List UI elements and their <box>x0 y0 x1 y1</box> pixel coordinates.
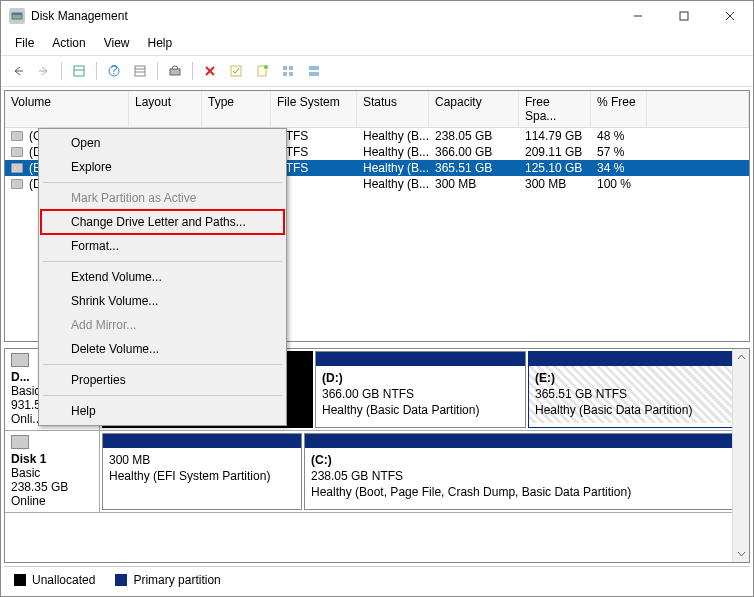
legend-primary: Primary partition <box>115 573 220 587</box>
col-status[interactable]: Status <box>357 91 429 127</box>
volume-icon <box>11 147 23 157</box>
titlebar: Disk Management <box>1 1 753 31</box>
refresh-icon[interactable] <box>164 60 186 82</box>
svg-point-18 <box>264 65 268 69</box>
volume-list[interactable]: Volume Layout Type File System Status Ca… <box>4 90 750 342</box>
svg-rect-20 <box>289 66 293 70</box>
partitions: 300 MBHealthy (EFI System Partition)(C:)… <box>100 431 749 512</box>
context-menu-item[interactable]: Format... <box>41 234 284 258</box>
menu-help[interactable]: Help <box>140 33 181 53</box>
scroll-up-icon[interactable] <box>733 349 749 366</box>
disk-icon <box>11 435 29 449</box>
legend: Unallocated Primary partition <box>4 566 750 593</box>
forward-button[interactable] <box>33 60 55 82</box>
volume-icon <box>11 131 23 141</box>
svg-rect-6 <box>74 66 84 76</box>
volume-icon <box>11 163 23 173</box>
menu-action[interactable]: Action <box>44 33 93 53</box>
col-capacity[interactable]: Capacity <box>429 91 519 127</box>
col-pctfree[interactable]: % Free <box>591 91 647 127</box>
context-menu: OpenExploreMark Partition as ActiveChang… <box>38 128 287 426</box>
toolbar-check-icon[interactable] <box>225 60 247 82</box>
context-menu-item[interactable]: Open <box>41 131 284 155</box>
vertical-scrollbar[interactable] <box>732 349 749 562</box>
col-filesystem[interactable]: File System <box>271 91 357 127</box>
svg-rect-1 <box>12 13 22 15</box>
partition-header <box>103 434 301 448</box>
partition-header <box>316 352 525 366</box>
maximize-button[interactable] <box>661 1 707 31</box>
menubar: File Action View Help <box>1 31 753 55</box>
svg-rect-13 <box>170 69 180 75</box>
col-layout[interactable]: Layout <box>129 91 202 127</box>
partition[interactable]: (C:)238.05 GB NTFSHealthy (Boot, Page Fi… <box>304 433 738 510</box>
toolbar: ? <box>1 55 753 87</box>
svg-rect-3 <box>680 12 688 20</box>
back-button[interactable] <box>7 60 29 82</box>
window-title: Disk Management <box>31 9 615 23</box>
disk-icon <box>11 353 29 367</box>
svg-rect-10 <box>135 66 145 76</box>
context-menu-item[interactable]: Help <box>41 399 284 423</box>
toolbar-new-icon[interactable] <box>251 60 273 82</box>
menu-file[interactable]: File <box>7 33 42 53</box>
partition-header <box>305 434 737 448</box>
minimize-button[interactable] <box>615 1 661 31</box>
col-freespace[interactable]: Free Spa... <box>519 91 591 127</box>
context-menu-item[interactable]: Properties <box>41 368 284 392</box>
svg-text:?: ? <box>111 64 118 77</box>
partition[interactable]: 300 MBHealthy (EFI System Partition) <box>102 433 302 510</box>
toolbar-view-icon[interactable] <box>68 60 90 82</box>
toolbar-layout-icon[interactable] <box>303 60 325 82</box>
help-icon[interactable]: ? <box>103 60 125 82</box>
svg-rect-23 <box>309 66 319 70</box>
svg-rect-19 <box>283 66 287 70</box>
col-volume[interactable]: Volume <box>5 91 129 127</box>
context-menu-item[interactable]: Shrink Volume... <box>41 289 284 313</box>
partition[interactable]: (E:)365.51 GB NTFSHealthy (Basic Data Pa… <box>528 351 739 428</box>
app-icon <box>9 8 25 24</box>
context-menu-item[interactable]: Delete Volume... <box>41 337 284 361</box>
menu-view[interactable]: View <box>96 33 138 53</box>
toolbar-grid-icon[interactable] <box>277 60 299 82</box>
scroll-down-icon[interactable] <box>733 545 749 562</box>
context-menu-item[interactable]: Explore <box>41 155 284 179</box>
close-button[interactable] <box>707 1 753 31</box>
svg-rect-21 <box>283 72 287 76</box>
disk-header[interactable]: Disk 1Basic238.35 GBOnline <box>5 431 100 512</box>
context-menu-item: Add Mirror... <box>41 313 284 337</box>
svg-rect-22 <box>289 72 293 76</box>
disk-row: Disk 1Basic238.35 GBOnline300 MBHealthy … <box>5 431 749 513</box>
partition[interactable]: (D:)366.00 GB NTFSHealthy (Basic Data Pa… <box>315 351 526 428</box>
context-menu-item: Mark Partition as Active <box>41 186 284 210</box>
svg-rect-24 <box>309 72 319 76</box>
context-menu-item[interactable]: Extend Volume... <box>41 265 284 289</box>
partition-header <box>529 352 738 366</box>
context-menu-item[interactable]: Change Drive Letter and Paths... <box>41 210 284 234</box>
delete-icon[interactable] <box>199 60 221 82</box>
volume-list-header: Volume Layout Type File System Status Ca… <box>5 91 749 128</box>
toolbar-list-icon[interactable] <box>129 60 151 82</box>
volume-icon <box>11 179 23 189</box>
legend-unallocated: Unallocated <box>14 573 95 587</box>
col-type[interactable]: Type <box>202 91 271 127</box>
